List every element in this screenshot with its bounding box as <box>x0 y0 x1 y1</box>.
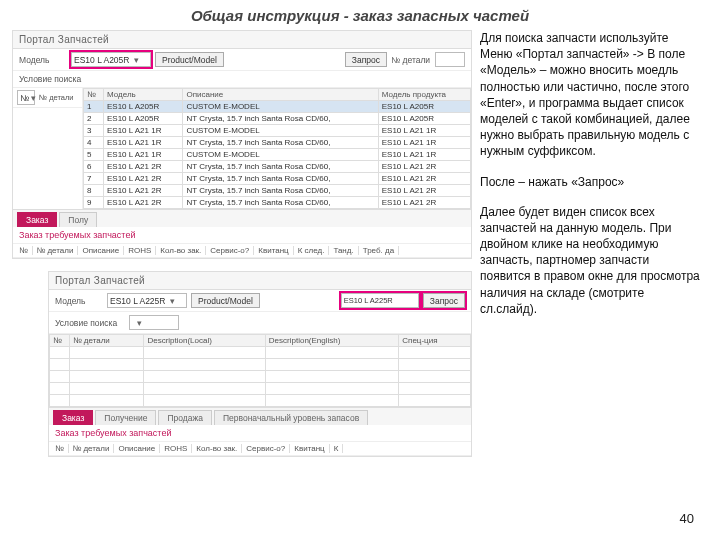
models-table[interactable]: № Модель Описание Модель продукта 1ES10 … <box>83 88 471 209</box>
tab-order[interactable]: Заказ <box>17 212 57 227</box>
table-row[interactable]: 1ES10 L A205RCUSTOM E-MODELES10 L A205R <box>84 101 471 113</box>
model-label: Модель <box>55 296 103 306</box>
model-value: ES10 L A225R <box>110 296 165 306</box>
table-row[interactable]: 3ES10 L A21 1RCUSTOM E-MODELES10 L A21 1… <box>84 125 471 137</box>
part-no-label: № детали <box>391 55 431 65</box>
explain-p1: Для поиска запчасти используйте Меню «По… <box>480 30 702 160</box>
model-label: Модель <box>19 55 67 65</box>
col-desc: Описание <box>183 89 378 101</box>
table-row[interactable] <box>50 395 471 407</box>
required-parts-label: Заказ требуемых запчастей <box>49 425 471 441</box>
side-part-label: № детали <box>39 93 74 102</box>
portal-panel-top: Портал Запчастей Модель ES10 L A205R ▾ P… <box>12 30 472 259</box>
search-cond-label: Условие поиска <box>55 318 125 328</box>
query-button[interactable]: Запрос <box>345 52 387 67</box>
part-no-input[interactable] <box>435 52 465 67</box>
col-prod: Модель продукта <box>378 89 470 101</box>
table-row[interactable] <box>50 383 471 395</box>
slide-title: Общая инструкция - заказ запасных частей <box>0 0 720 30</box>
search-cond-input[interactable]: ▾ <box>129 315 179 330</box>
query-button[interactable]: Запрос <box>423 293 465 308</box>
table-row[interactable]: 4ES10 L A21 1RNT Crysta, 15.7 inch Santa… <box>84 137 471 149</box>
model-value: ES10 L A205R <box>74 55 129 65</box>
tab-receive[interactable]: Получение <box>95 410 156 425</box>
product-model-button[interactable]: Product/Model <box>155 52 224 67</box>
table-row[interactable]: 2ES10 L A205RNT Crysta, 15.7 inch Santa … <box>84 113 471 125</box>
chevron-down-icon[interactable]: ▾ <box>167 296 177 306</box>
col-n: № <box>84 89 104 101</box>
required-parts-header: №№ деталиОписаниеROHSКол-во зак.Сервис-о… <box>49 441 471 456</box>
portal-header: Портал Запчастей <box>13 31 471 49</box>
portal-panel-bottom: Портал Запчастей Модель ES10 L A225R ▾ P… <box>48 271 472 457</box>
parts-table[interactable]: № № детали Description(Local) Descriptio… <box>49 334 471 407</box>
required-parts-label: Заказ требуемых запчастей <box>13 227 471 243</box>
explain-p2: После – нажать «Запрос» <box>480 174 702 190</box>
portal-header: Портал Запчастей <box>49 272 471 290</box>
explanation-column: Для поиска запчасти используйте Меню «По… <box>480 30 702 469</box>
explain-p3: Далее будет виден список всех запчастей … <box>480 204 702 317</box>
col-n: № <box>50 335 70 347</box>
screenshots-column: Портал Запчастей Модель ES10 L A205R ▾ P… <box>12 30 472 469</box>
page-number: 40 <box>680 511 694 526</box>
tab-initial[interactable]: Первоначальный уровень запасов <box>214 410 368 425</box>
required-parts-header: №№ деталиОписаниеROHSКол-во зак.Сервис-о… <box>13 243 471 258</box>
table-row[interactable]: 7ES10 L A21 2RNT Crysta, 15.7 inch Santa… <box>84 173 471 185</box>
model-input[interactable]: ES10 L A205R ▾ <box>71 52 151 67</box>
table-row[interactable]: 9ES10 L A21 2RNT Crysta, 15.7 inch Santa… <box>84 197 471 209</box>
model-input[interactable]: ES10 L A225R ▾ <box>107 293 187 308</box>
table-row[interactable] <box>50 371 471 383</box>
product-model-button[interactable]: Product/Model <box>191 293 260 308</box>
table-row[interactable]: 5ES10 L A21 1RCUSTOM E-MODELES10 L A21 1… <box>84 149 471 161</box>
search-cond-label: Условие поиска <box>19 74 89 84</box>
side-dd[interactable]: №▾ <box>17 90 35 105</box>
col-model: Модель <box>104 89 183 101</box>
table-row[interactable]: 6ES10 L A21 2RNT Crysta, 15.7 inch Santa… <box>84 161 471 173</box>
col-part: № детали <box>70 335 144 347</box>
col-desc-local: Description(Local) <box>144 335 265 347</box>
col-desc-en: Description(English) <box>265 335 398 347</box>
tab-sale[interactable]: Продажа <box>158 410 211 425</box>
chevron-down-icon[interactable]: ▾ <box>131 55 141 65</box>
tab-order[interactable]: Заказ <box>53 410 93 425</box>
table-row[interactable]: 8ES10 L A21 2RNT Crysta, 15.7 inch Santa… <box>84 185 471 197</box>
part-input-highlight[interactable]: ES10 L A225R <box>341 293 419 308</box>
tab-receive[interactable]: Полу <box>59 212 97 227</box>
table-row[interactable] <box>50 347 471 359</box>
table-row[interactable] <box>50 359 471 371</box>
col-spec: Спец-ция <box>399 335 471 347</box>
